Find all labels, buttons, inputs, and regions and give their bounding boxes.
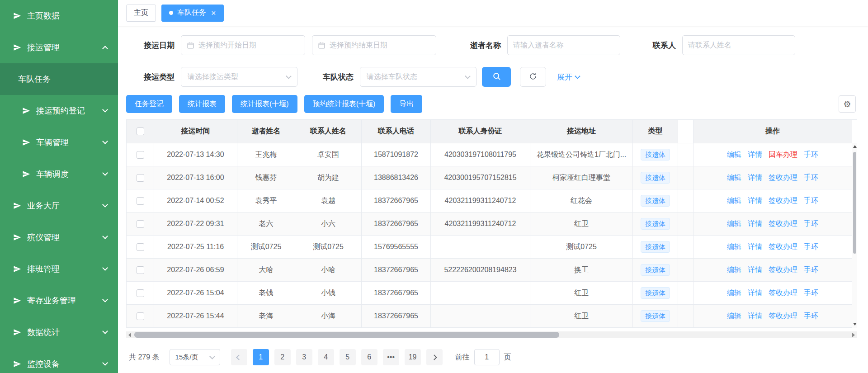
scroll-right-icon[interactable] [850,331,857,338]
page-button[interactable]: 1 [253,349,269,365]
prev-page-button[interactable] [231,349,247,365]
action-link[interactable]: 手环 [804,288,818,298]
close-icon[interactable] [211,9,216,17]
type-tag: 接遗体 [641,287,670,299]
horizontal-scroll-thumb[interactable] [134,332,559,338]
pickup-type-select[interactable]: 请选择接运类型 [181,67,297,87]
select-all-checkbox[interactable] [137,127,144,135]
chevron-down-icon [209,354,215,359]
sidebar-item[interactable]: 接运预约登记 [0,95,118,127]
sidebar-item[interactable]: 车辆管理 [0,127,118,158]
toolbar-button[interactable]: 任务登记 [126,95,172,113]
sidebar-item[interactable]: 业务大厅 [0,190,118,222]
row-checkbox[interactable] [137,312,144,320]
row-checkbox[interactable] [137,289,144,297]
action-link[interactable]: 签收办理 [769,219,797,229]
start-date-input[interactable] [198,41,299,49]
action-link[interactable]: 编辑 [727,242,741,252]
scroll-up-icon[interactable] [853,145,857,148]
expand-toggle[interactable]: 展开 [557,72,580,82]
end-date-field[interactable] [312,35,436,55]
horizontal-scrollbar[interactable] [126,331,857,338]
action-link[interactable]: 签收办理 [769,265,797,275]
action-link[interactable]: 详情 [748,150,762,160]
action-link[interactable]: 手环 [804,312,818,321]
sidebar-item[interactable]: 车队任务 [0,63,118,95]
settings-button[interactable]: ⚙ [839,95,856,113]
action-link[interactable]: 编辑 [727,150,741,160]
sidebar-item[interactable]: 殡仪管理 [0,222,118,253]
page-size-select[interactable]: 15条/页 [170,349,220,365]
action-link[interactable]: 手环 [804,196,818,206]
action-link[interactable]: 回车办理 [769,150,797,160]
next-page-button[interactable] [426,349,443,365]
scroll-left-icon[interactable] [126,331,133,338]
action-link[interactable]: 详情 [748,242,762,252]
vertical-scroll-thumb[interactable] [853,152,856,254]
page-button[interactable]: 19 [405,349,421,365]
refresh-button[interactable] [520,67,546,87]
page-button[interactable]: 3 [296,349,312,365]
action-link[interactable]: 手环 [804,242,818,252]
row-checkbox[interactable] [137,197,144,205]
sidebar-item[interactable]: 接运管理 [0,32,118,63]
action-link[interactable]: 手环 [804,219,818,229]
row-checkbox[interactable] [137,220,144,228]
fleet-status-select[interactable]: 请选择车队状态 [360,67,476,87]
sidebar-item[interactable]: 主页数据 [0,0,118,32]
page-button[interactable]: 5 [340,349,356,365]
toolbar-button[interactable]: 统计报表(十堰) [232,95,297,113]
action-link[interactable]: 详情 [748,265,762,275]
cell-gap [678,166,693,189]
row-checkbox[interactable] [137,266,144,274]
tab[interactable]: 主页 [126,5,156,22]
action-link[interactable]: 编辑 [727,219,741,229]
search-button[interactable] [482,67,511,87]
action-link[interactable]: 编辑 [727,265,741,275]
row-checkbox[interactable] [137,151,144,159]
vertical-scrollbar[interactable] [852,143,857,328]
page-button[interactable]: 6 [361,349,377,365]
action-link[interactable]: 编辑 [727,312,741,321]
action-link[interactable]: 签收办理 [769,288,797,298]
page-button[interactable]: 4 [318,349,334,365]
action-link[interactable]: 签收办理 [769,242,797,252]
scroll-down-icon[interactable] [853,323,857,326]
end-date-input[interactable] [330,41,430,49]
contact-name-input[interactable] [688,41,789,49]
action-link[interactable]: 签收办理 [769,312,797,321]
page-button[interactable]: 2 [274,349,291,365]
action-link[interactable]: 签收办理 [769,173,797,183]
toolbar-button[interactable]: 导出 [391,95,422,113]
row-checkbox[interactable] [137,243,144,251]
contact-name-field[interactable] [682,35,795,55]
sidebar-item[interactable]: 车辆调度 [0,158,118,190]
goto-page-input[interactable] [474,349,500,365]
toolbar-button[interactable]: 预约统计报表(十堰) [304,95,384,113]
action-link[interactable]: 编辑 [727,196,741,206]
sidebar-item[interactable]: 寄存业务管理 [0,285,118,316]
action-link[interactable]: 详情 [748,173,762,183]
action-link[interactable]: 手环 [804,173,818,183]
action-link[interactable]: 详情 [748,312,762,321]
action-link[interactable]: 编辑 [727,173,741,183]
action-link[interactable]: 签收办理 [769,196,797,206]
row-checkbox[interactable] [137,174,144,182]
page-button[interactable]: ••• [383,349,399,365]
action-link[interactable]: 手环 [804,265,818,275]
action-link[interactable]: 详情 [748,196,762,206]
deceased-name-field[interactable] [507,35,620,55]
cell-pickup-address: 换工 [530,259,633,282]
action-link[interactable]: 编辑 [727,288,741,298]
toolbar-button[interactable]: 统计报表 [179,95,225,113]
deceased-name-input[interactable] [513,41,614,49]
start-date-field[interactable] [181,35,305,55]
tab[interactable]: 车队任务 [161,5,224,22]
sidebar-item[interactable]: 排班管理 [0,253,118,285]
sidebar-item[interactable]: 数据统计 [0,316,118,348]
action-link[interactable]: 详情 [748,219,762,229]
action-link[interactable]: 详情 [748,288,762,298]
send-icon [13,233,22,242]
action-link[interactable]: 手环 [804,150,818,160]
sidebar-item[interactable]: 监控设备 [0,348,118,373]
